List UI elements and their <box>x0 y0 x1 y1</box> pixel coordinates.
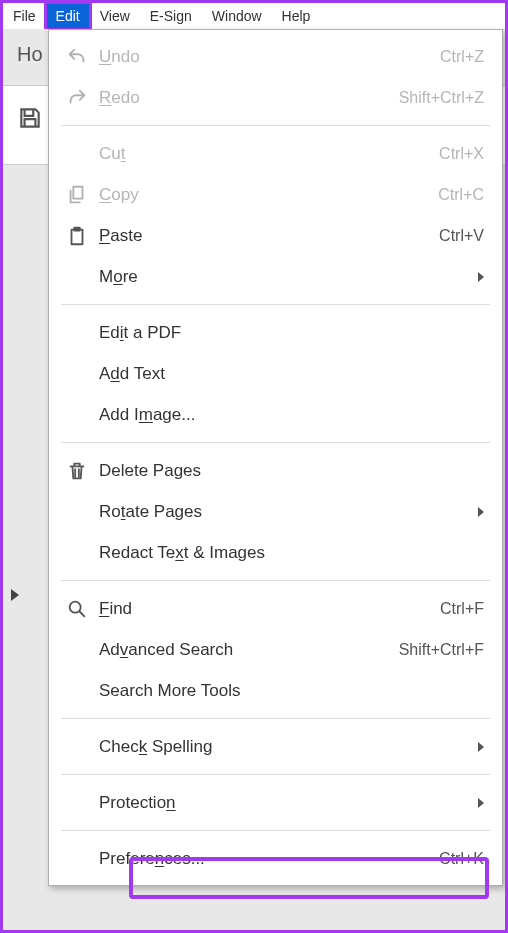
menu-item-shortcut: Ctrl+V <box>439 227 484 245</box>
menu-item-label: Advanced Search <box>95 640 233 660</box>
home-tab-fragment: Ho <box>17 43 43 66</box>
menu-separator <box>61 830 490 831</box>
menubar-item-view[interactable]: View <box>90 3 140 29</box>
save-icon[interactable] <box>17 105 43 131</box>
menubar-item-help[interactable]: Help <box>272 3 321 29</box>
menu-item-shortcut: Ctrl+K <box>439 850 484 868</box>
chevron-right-icon <box>478 798 484 808</box>
menu-separator <box>61 580 490 581</box>
menu-item-label: Undo <box>95 47 140 67</box>
paste-icon <box>66 225 88 247</box>
chevron-right-icon <box>478 272 484 282</box>
menu-item-search-more-tools[interactable]: Search More Tools <box>49 670 502 711</box>
menu-item-shortcut: Shift+Ctrl+F <box>399 641 484 659</box>
menu-item-advanced-search[interactable]: Advanced SearchShift+Ctrl+F <box>49 629 502 670</box>
menu-item-undo: UndoCtrl+Z <box>49 36 502 77</box>
menu-item-label: Copy <box>95 185 139 205</box>
menu-item-paste[interactable]: PasteCtrl+V <box>49 215 502 256</box>
menu-item-label: Find <box>95 599 132 619</box>
menubar-item-window[interactable]: Window <box>202 3 272 29</box>
menu-item-label: More <box>95 267 138 287</box>
menu-item-label: Check Spelling <box>95 737 212 757</box>
menu-separator <box>61 442 490 443</box>
menu-separator <box>61 304 490 305</box>
sidebar-expand-icon[interactable] <box>11 589 19 601</box>
copy-icon <box>66 184 88 206</box>
menu-item-label: Paste <box>95 226 142 246</box>
menu-item-label: Protection <box>95 793 176 813</box>
undo-icon <box>66 46 88 68</box>
menu-item-shortcut: Ctrl+Z <box>440 48 484 66</box>
menu-item-cut: CutCtrl+X <box>49 133 502 174</box>
menu-item-label: Preferences... <box>95 849 205 869</box>
menu-item-redact-text-images[interactable]: Redact Text & Images <box>49 532 502 573</box>
menu-item-label: Search More Tools <box>95 681 240 701</box>
menu-item-label: Redact Text & Images <box>95 543 265 563</box>
menu-item-preferences[interactable]: Preferences...Ctrl+K <box>49 838 502 879</box>
menu-item-label: Edit a PDF <box>95 323 181 343</box>
menu-item-protection[interactable]: Protection <box>49 782 502 823</box>
trash-icon <box>66 460 88 482</box>
chevron-right-icon <box>478 507 484 517</box>
menu-item-copy: CopyCtrl+C <box>49 174 502 215</box>
redo-icon <box>66 87 88 109</box>
menubar: FileEditViewE-SignWindowHelp <box>3 3 505 29</box>
search-icon <box>66 598 88 620</box>
menu-item-add-image[interactable]: Add Image... <box>49 394 502 435</box>
menu-item-label: Add Text <box>95 364 165 384</box>
menu-item-check-spelling[interactable]: Check Spelling <box>49 726 502 767</box>
menu-item-label: Add Image... <box>95 405 195 425</box>
menu-item-shortcut: Ctrl+C <box>438 186 484 204</box>
menu-item-find[interactable]: FindCtrl+F <box>49 588 502 629</box>
chevron-right-icon <box>478 742 484 752</box>
menubar-item-esign[interactable]: E-Sign <box>140 3 202 29</box>
menu-item-redo: RedoShift+Ctrl+Z <box>49 77 502 118</box>
edit-menu-dropdown: UndoCtrl+ZRedoShift+Ctrl+ZCutCtrl+XCopyC… <box>48 29 503 886</box>
menu-item-shortcut: Ctrl+F <box>440 600 484 618</box>
menu-item-edit-a-pdf[interactable]: Edit a PDF <box>49 312 502 353</box>
menu-item-shortcut: Shift+Ctrl+Z <box>399 89 484 107</box>
menu-item-delete-pages[interactable]: Delete Pages <box>49 450 502 491</box>
menu-item-label: Redo <box>95 88 140 108</box>
menu-separator <box>61 125 490 126</box>
menu-separator <box>61 774 490 775</box>
menubar-item-file[interactable]: File <box>3 3 46 29</box>
menu-item-shortcut: Ctrl+X <box>439 145 484 163</box>
menubar-item-edit[interactable]: Edit <box>46 3 90 29</box>
menu-item-add-text[interactable]: Add Text <box>49 353 502 394</box>
menu-separator <box>61 718 490 719</box>
menu-item-more[interactable]: More <box>49 256 502 297</box>
menu-item-label: Rotate Pages <box>95 502 202 522</box>
menu-item-rotate-pages[interactable]: Rotate Pages <box>49 491 502 532</box>
menu-item-label: Cut <box>95 144 125 164</box>
menu-item-label: Delete Pages <box>95 461 201 481</box>
